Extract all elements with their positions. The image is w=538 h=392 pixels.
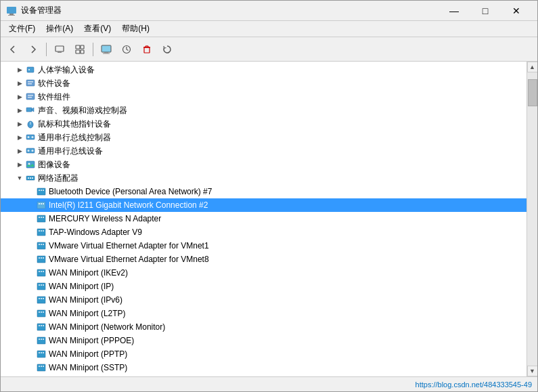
tree-item-wan-ikev2[interactable]: ▶ WAN Miniport (IKEv2) — [1, 266, 526, 280]
tree-label-wan-ikev2: WAN Miniport (IKEv2) — [49, 268, 128, 278]
svg-rect-7 — [76, 50, 80, 53]
svg-rect-63 — [41, 257, 42, 259]
svg-rect-82 — [39, 325, 40, 326]
svg-rect-75 — [41, 298, 42, 299]
tree-item-software-device[interactable]: ▶ 软件设备 — [1, 77, 526, 90]
tree-item-vmnet8[interactable]: ▶ VMware Virtual Ethernet Adapter for VM… — [1, 253, 526, 266]
svg-rect-40 — [32, 177, 33, 179]
tree-label-wan-sstp: WAN Miniport (SSTP) — [49, 363, 127, 372]
toolbar-btn-2[interactable] — [70, 40, 89, 59]
toolbar-refresh-btn[interactable] — [158, 40, 177, 59]
expand-icon-usb-controller: ▶ — [14, 132, 25, 143]
svg-rect-62 — [39, 257, 40, 259]
toolbar-delete-btn[interactable] — [137, 40, 156, 59]
svg-rect-35 — [26, 161, 35, 168]
svg-rect-78 — [39, 311, 40, 313]
svg-rect-73 — [37, 297, 45, 303]
svg-rect-61 — [37, 256, 45, 263]
tree-item-vmnet1[interactable]: ▶ VMware Virtual Ethernet Adapter for VM… — [1, 239, 526, 253]
svg-rect-2 — [8, 15, 15, 16]
scroll-thumb[interactable] — [528, 79, 537, 106]
tree-label-wan-ipv6: WAN Miniport (IPv6) — [49, 295, 122, 305]
menu-view[interactable]: 查看(V) — [79, 22, 116, 36]
expand-icon-image: ▶ — [14, 159, 25, 170]
tree-label-software-component: 软件组件 — [38, 91, 70, 103]
tree-item-wan-pptp[interactable]: ▶ WAN Miniport (PPTP) — [1, 347, 526, 361]
tree-label-wan-monitor: WAN Miniport (Network Monitor) — [49, 322, 165, 332]
svg-point-34 — [32, 150, 34, 152]
tree-item-wan-ip[interactable]: ▶ WAN Miniport (IP) — [1, 280, 526, 293]
tree-item-tap[interactable]: ▶ TAP-Windows Adapter V9 — [1, 225, 526, 239]
tree-item-mouse[interactable]: ▶ 鼠标和其他指针设备 — [1, 117, 526, 131]
tree-item-bluetooth[interactable]: ▶ Bluetooth Device (Personal Area Networ… — [1, 185, 526, 198]
svg-rect-52 — [43, 217, 44, 218]
back-button[interactable] — [3, 40, 22, 59]
device-tree[interactable]: ▶ 人体学输入设备 ▶ 软件设备 ▶ 软件组件 — [1, 62, 526, 376]
menu-action[interactable]: 操作(A) — [41, 22, 79, 36]
toolbar-scan-btn[interactable] — [117, 40, 136, 59]
tree-item-audio[interactable]: ▶ 声音、视频和游戏控制器 — [1, 104, 526, 117]
menu-help[interactable]: 帮助(H) — [116, 22, 155, 36]
svg-rect-69 — [37, 283, 45, 290]
expand-icon-software-device: ▶ — [14, 78, 25, 89]
tree-item-usb-device[interactable]: ▶ 通用串行总线设备 — [1, 144, 526, 158]
close-button[interactable]: ✕ — [501, 1, 532, 21]
svg-rect-18 — [27, 67, 34, 72]
device-icon-mercury — [36, 213, 47, 224]
svg-rect-58 — [39, 244, 40, 245]
device-icon-wan-pppoe — [36, 335, 47, 346]
svg-rect-10 — [104, 52, 108, 53]
tree-item-usb-controller[interactable]: ▶ 通用串行总线控制器 — [1, 131, 526, 144]
tree-item-intel-nic[interactable]: ▶ Intel(R) I211 Gigabit Network Connecti… — [1, 198, 526, 212]
svg-rect-38 — [28, 177, 29, 179]
device-icon-audio — [25, 105, 36, 116]
tree-item-hid[interactable]: ▶ 人体学输入设备 — [1, 63, 526, 77]
tree-label-wan-pptp: WAN Miniport (PPTP) — [49, 349, 127, 359]
svg-point-30 — [28, 136, 30, 138]
svg-rect-6 — [81, 45, 84, 49]
svg-point-31 — [32, 136, 34, 138]
svg-rect-87 — [41, 339, 42, 340]
forward-button[interactable] — [24, 40, 43, 59]
tree-item-image[interactable]: ▶ 图像设备 — [1, 158, 526, 171]
menu-file[interactable]: 文件(F) — [3, 22, 41, 36]
tree-label-mouse: 鼠标和其他指针设备 — [38, 118, 111, 130]
minimize-button[interactable]: — — [439, 1, 470, 21]
tree-item-wan-pppoe[interactable]: ▶ WAN Miniport (PPPOE) — [1, 334, 526, 347]
tree-label-wan-ip: WAN Miniport (IP) — [49, 282, 114, 291]
vertical-scrollbar[interactable]: ▲ ▼ — [526, 62, 537, 376]
toolbar-btn-1[interactable] — [50, 40, 69, 59]
svg-rect-50 — [39, 217, 40, 218]
device-icon-wan-ipv6 — [36, 295, 47, 305]
svg-rect-57 — [37, 242, 45, 249]
svg-rect-39 — [30, 177, 31, 179]
svg-rect-56 — [43, 230, 44, 232]
svg-rect-93 — [37, 364, 45, 371]
status-url: https://blog.csdn.net/484333545-49 — [416, 380, 532, 389]
svg-rect-11 — [103, 53, 110, 53]
tree-item-wan-monitor[interactable]: ▶ WAN Miniport (Network Monitor) — [1, 320, 526, 334]
tree-item-wan-sstp[interactable]: ▶ WAN Miniport (SSTP) — [1, 361, 526, 374]
tree-label-network: 网络适配器 — [38, 173, 79, 184]
scroll-track[interactable] — [527, 72, 537, 366]
toolbar-monitor-btn[interactable] — [97, 40, 116, 59]
tree-item-network[interactable]: ▼ 网络适配器 — [1, 171, 526, 185]
svg-rect-65 — [37, 269, 45, 276]
svg-rect-26 — [26, 108, 32, 112]
scroll-down-arrow[interactable]: ▼ — [527, 366, 538, 376]
scroll-up-arrow[interactable]: ▲ — [527, 62, 538, 72]
tree-item-wan-l2tp[interactable]: ▶ WAN Miniport (L2TP) — [1, 307, 526, 320]
svg-rect-67 — [41, 271, 42, 272]
svg-rect-96 — [43, 366, 44, 367]
tree-label-audio: 声音、视频和游戏控制器 — [38, 105, 127, 116]
tree-label-mercury: MERCURY Wireless N Adapter — [49, 214, 161, 223]
svg-rect-48 — [43, 203, 44, 204]
expand-icon-usb-device: ▶ — [14, 146, 25, 156]
tree-item-software-component[interactable]: ▶ 软件组件 — [1, 90, 526, 104]
toolbar — [1, 37, 537, 62]
tree-label-vmnet1: VMware Virtual Ethernet Adapter for VMne… — [49, 241, 209, 251]
maximize-button[interactable]: □ — [470, 1, 501, 21]
svg-rect-70 — [39, 284, 40, 286]
tree-item-wan-ipv6[interactable]: ▶ WAN Miniport (IPv6) — [1, 293, 526, 307]
tree-item-mercury[interactable]: ▶ MERCURY Wireless N Adapter — [1, 212, 526, 225]
